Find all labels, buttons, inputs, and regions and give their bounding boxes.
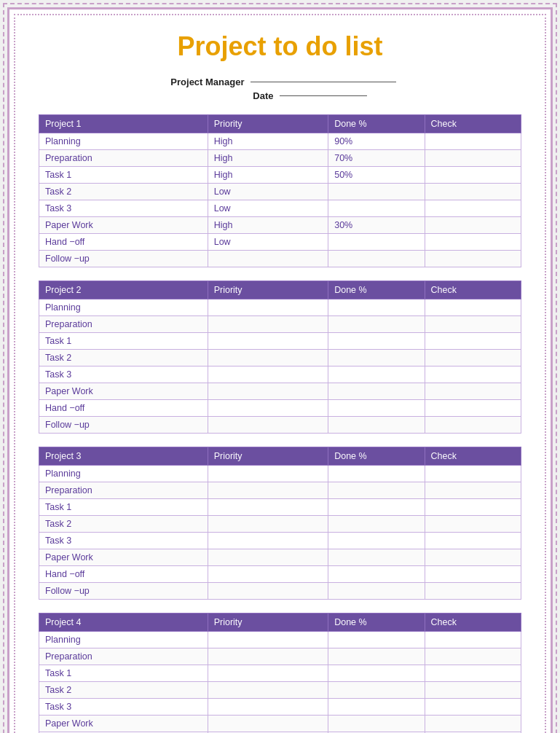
cell-3-5-task: Paper Work (39, 549, 208, 566)
cell-1-4-done (328, 200, 425, 217)
cell-3-6-check (425, 566, 521, 583)
cell-2-1-priority (208, 316, 328, 333)
cell-3-2-check (425, 499, 521, 516)
cell-2-3-check (425, 350, 521, 366)
col-header-3-1: Priority (208, 447, 328, 466)
cell-4-3-task: Task 2 (39, 682, 208, 699)
cell-3-3-check (425, 516, 521, 533)
table-row: Preparation (39, 482, 521, 499)
cell-1-4-check (425, 200, 521, 217)
col-header-2-0: Project 2 (39, 281, 208, 299)
cell-2-1-check (425, 316, 521, 333)
cell-2-7-done (328, 417, 425, 434)
table-row: Task 2 (39, 516, 521, 533)
cell-3-4-priority (208, 533, 328, 549)
cell-1-2-task: Task 1 (39, 167, 208, 184)
cell-3-7-task: Follow −up (39, 583, 208, 600)
cell-2-2-check (425, 333, 521, 350)
col-header-4-0: Project 4 (39, 614, 208, 632)
col-header-2-3: Check (425, 281, 521, 299)
cell-1-1-check (425, 150, 521, 167)
cell-1-1-task: Preparation (39, 150, 208, 167)
cell-1-7-done (328, 251, 425, 267)
cell-2-2-task: Task 1 (39, 333, 208, 350)
cell-2-7-priority (208, 417, 328, 434)
table-row: Paper Work (39, 383, 521, 400)
col-header-3-2: Done % (328, 447, 425, 466)
cell-1-3-task: Task 2 (39, 184, 208, 200)
table-row: Follow −up (39, 417, 521, 434)
cell-4-0-task: Planning (39, 632, 208, 648)
cell-1-4-task: Task 3 (39, 200, 208, 217)
cell-3-3-done (328, 516, 425, 533)
table-row: Task 1 (39, 333, 521, 350)
cell-1-4-priority: Low (208, 200, 328, 217)
page-title: Project to do list (39, 31, 521, 62)
cell-1-0-priority: High (208, 133, 328, 150)
cell-1-1-priority: High (208, 150, 328, 167)
cell-3-5-done (328, 549, 425, 566)
cell-3-5-priority (208, 549, 328, 566)
cell-1-2-priority: High (208, 167, 328, 184)
col-header-3-0: Project 3 (39, 447, 208, 466)
cell-3-4-done (328, 533, 425, 549)
table-row: Task 3 (39, 366, 521, 383)
cell-2-5-check (425, 383, 521, 400)
cell-1-2-check (425, 167, 521, 184)
date-row: Date (39, 90, 521, 101)
table-row: Planning (39, 466, 521, 482)
col-header-1-3: Check (425, 115, 521, 133)
cell-1-6-check (425, 234, 521, 251)
col-header-2-2: Done % (328, 281, 425, 299)
cell-1-7-check (425, 251, 521, 267)
table-row: Task 3Low (39, 200, 521, 217)
cell-3-4-check (425, 533, 521, 549)
col-header-1-1: Priority (208, 115, 328, 133)
table-row: Task 1 (39, 499, 521, 516)
cell-2-5-priority (208, 383, 328, 400)
cell-1-5-check (425, 217, 521, 234)
table-row: Preparation (39, 648, 521, 665)
cell-1-7-task: Follow −up (39, 251, 208, 267)
manager-label: Project Manager (165, 77, 245, 87)
cell-3-6-task: Hand −off (39, 566, 208, 583)
cell-2-0-done (328, 299, 425, 316)
table-row: Hand −off (39, 566, 521, 583)
cell-2-5-task: Paper Work (39, 383, 208, 400)
cell-1-0-check (425, 133, 521, 150)
cell-1-5-priority: High (208, 217, 328, 234)
cell-2-2-priority (208, 333, 328, 350)
cell-3-6-done (328, 566, 425, 583)
table-row: Hand −off (39, 400, 521, 417)
cell-4-4-check (425, 699, 521, 716)
table-row: PreparationHigh70% (39, 150, 521, 167)
tables-container: Project 1PriorityDone %CheckPlanningHigh… (39, 114, 521, 733)
cell-3-1-check (425, 482, 521, 499)
cell-4-5-done (328, 716, 425, 732)
cell-2-0-task: Planning (39, 299, 208, 316)
table-row: PlanningHigh90% (39, 133, 521, 150)
cell-4-5-check (425, 716, 521, 732)
project-table-1: Project 1PriorityDone %CheckPlanningHigh… (39, 114, 521, 267)
table-row: Paper WorkHigh30% (39, 217, 521, 234)
date-label: Date (194, 90, 274, 101)
cell-4-1-done (328, 648, 425, 665)
cell-3-0-task: Planning (39, 466, 208, 482)
cell-4-4-priority (208, 699, 328, 716)
col-header-1-2: Done % (328, 115, 425, 133)
cell-2-1-task: Preparation (39, 316, 208, 333)
cell-1-3-priority: Low (208, 184, 328, 200)
cell-3-2-priority (208, 499, 328, 516)
cell-3-0-check (425, 466, 521, 482)
project-table-2: Project 2PriorityDone %CheckPlanningPrep… (39, 281, 521, 434)
col-header-4-1: Priority (208, 614, 328, 632)
cell-4-4-done (328, 699, 425, 716)
cell-3-1-priority (208, 482, 328, 499)
cell-1-5-task: Paper Work (39, 217, 208, 234)
cell-4-5-task: Paper Work (39, 716, 208, 732)
cell-3-7-priority (208, 583, 328, 600)
cell-1-1-done: 70% (328, 150, 425, 167)
cell-1-6-done (328, 234, 425, 251)
cell-1-0-task: Planning (39, 133, 208, 150)
cell-4-2-priority (208, 665, 328, 682)
